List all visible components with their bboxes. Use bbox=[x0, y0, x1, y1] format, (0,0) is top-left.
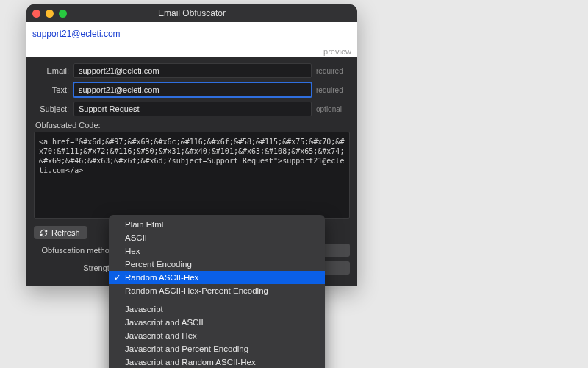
preview-pane: support21@ecleti.com preview bbox=[26, 22, 357, 57]
text-hint: required bbox=[316, 86, 350, 94]
subject-label: Subject: bbox=[34, 105, 69, 113]
titlebar: Email Obfuscator bbox=[26, 4, 357, 22]
email-label: Email: bbox=[34, 66, 69, 75]
dropdown-item[interactable]: ASCII bbox=[109, 231, 325, 244]
subject-row: Subject: optional bbox=[34, 102, 350, 116]
dropdown-item[interactable]: Javascript and Hex bbox=[109, 329, 325, 342]
dropdown-item[interactable]: Random ASCII-Hex bbox=[109, 271, 325, 284]
dropdown-item[interactable]: Javascript and ASCII bbox=[109, 316, 325, 329]
text-row: Text: required bbox=[34, 82, 350, 97]
refresh-button[interactable]: Refresh bbox=[34, 226, 87, 239]
window-title: Email Obfuscator bbox=[26, 8, 357, 18]
method-dropdown[interactable]: Plain HtmlASCIIHexPercent EncodingRandom… bbox=[109, 215, 325, 368]
text-label: Text: bbox=[34, 85, 69, 94]
email-row: Email: required bbox=[34, 63, 350, 78]
preview-label: preview bbox=[323, 47, 351, 56]
dropdown-item[interactable]: Javascript and Random ASCII-Hex bbox=[109, 355, 325, 368]
method-label: Obfuscation method: bbox=[34, 246, 116, 255]
strength-label: Strength: bbox=[34, 263, 116, 272]
zoom-icon[interactable] bbox=[59, 10, 67, 18]
subject-field[interactable] bbox=[74, 102, 312, 116]
dropdown-item[interactable]: Hex bbox=[109, 244, 325, 258]
dropdown-item[interactable]: Javascript bbox=[109, 302, 325, 316]
subject-hint: optional bbox=[316, 105, 350, 113]
dropdown-item[interactable]: Javascript and Percent Encoding bbox=[109, 342, 325, 355]
dropdown-item[interactable]: Random ASCII-Hex-Percent Encoding bbox=[109, 284, 325, 297]
text-field[interactable] bbox=[74, 82, 312, 97]
email-hint: required bbox=[316, 67, 350, 75]
preview-link[interactable]: support21@ecleti.com bbox=[32, 29, 121, 39]
obfuscated-label: Obfuscated Code: bbox=[35, 121, 350, 130]
email-field[interactable] bbox=[74, 63, 312, 78]
window-controls bbox=[32, 10, 67, 18]
minimize-icon[interactable] bbox=[46, 10, 54, 18]
dropdown-item[interactable]: Percent Encoding bbox=[109, 258, 325, 271]
close-icon[interactable] bbox=[32, 10, 40, 18]
refresh-label: Refresh bbox=[51, 228, 80, 237]
obfuscated-code-box[interactable]: <a href="&#x6d;&#97;&#x69;&#x6c;&#116;&#… bbox=[34, 132, 350, 219]
dropdown-item[interactable]: Plain Html bbox=[109, 218, 325, 231]
refresh-icon bbox=[40, 229, 48, 237]
dropdown-separator bbox=[109, 300, 325, 300]
